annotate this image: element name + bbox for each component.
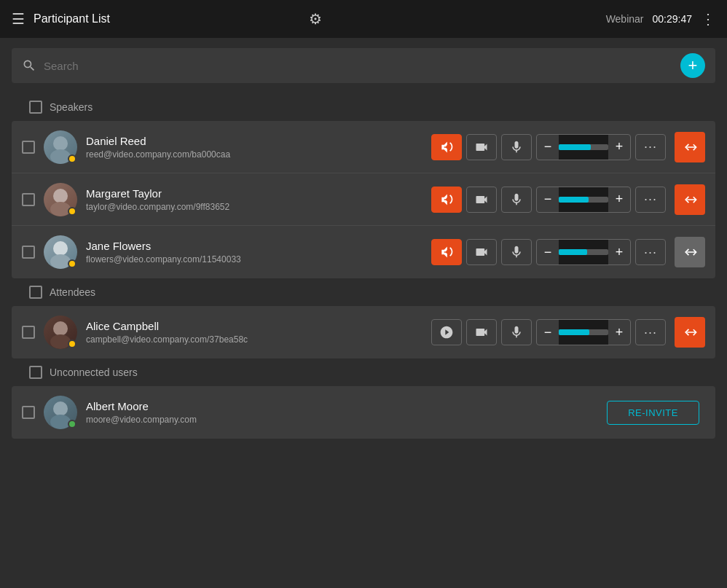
add-participant-button[interactable]: + (680, 53, 705, 78)
more-options-button[interactable]: ··· (635, 239, 666, 265)
search-input[interactable] (44, 60, 673, 72)
video-toggle-button[interactable] (466, 187, 497, 213)
table-row: Margaret Taylor taylor@video.company.com… (12, 173, 715, 226)
table-row: Daniel Reed reed@video.company.com/ba000… (12, 121, 715, 173)
speakers-section-header: Speakers (0, 93, 727, 121)
svg-point-0 (53, 136, 68, 151)
volume-increase-button[interactable]: + (608, 135, 630, 160)
volume-control: − + (536, 187, 631, 213)
mic-toggle-button[interactable] (501, 319, 532, 345)
attendees-label: Attendees (50, 286, 95, 298)
participant-name: Margaret Taylor (86, 187, 423, 200)
video-toggle-button[interactable] (466, 239, 497, 265)
avatar-daniel (44, 130, 77, 164)
volume-decrease-button[interactable]: − (537, 240, 559, 264)
speakers-label: Speakers (50, 101, 93, 113)
more-options-button[interactable]: ··· (635, 187, 666, 213)
volume-decrease-button[interactable]: − (537, 187, 559, 212)
unconnected-section-header: Unconnected users (0, 358, 727, 386)
row-checkbox-alice[interactable] (22, 326, 35, 339)
participant-name: Albert Moore (86, 400, 598, 412)
header: ☰ Participant List ⚙ Webinar 00:29:47 ⋮ (0, 0, 727, 38)
star-icon: ★ (71, 235, 77, 243)
speaker-toggle-button[interactable] (431, 134, 462, 160)
volume-decrease-button[interactable]: − (537, 135, 559, 160)
status-badge-daniel (68, 154, 76, 163)
menu-icon[interactable]: ☰ (12, 10, 25, 28)
attendees-section-header: Attendees (0, 278, 727, 306)
more-options-button[interactable]: ··· (635, 319, 666, 345)
video-toggle-button[interactable] (466, 319, 497, 345)
mic-toggle-button[interactable] (501, 187, 532, 213)
webinar-label: Webinar (606, 13, 644, 25)
participant-controls: − + ··· (431, 134, 666, 160)
more-options-icon[interactable]: ⋮ (701, 10, 715, 28)
participant-email: flowers@video.company.com/11540033 (86, 254, 423, 264)
row-checkbox-jane[interactable] (22, 246, 35, 259)
row-checkbox-margaret[interactable] (22, 193, 35, 206)
remove-participant-button[interactable] (675, 237, 705, 267)
search-bar: + (12, 48, 715, 83)
status-badge-albert (68, 420, 76, 428)
participant-email: taylor@video.company.com/9ff83652 (86, 202, 423, 212)
table-row: ★ Jane Flowers flowers@video.company.com… (12, 226, 715, 278)
volume-control: − + (536, 134, 631, 160)
table-row: Albert Moore moore@video.company.com RE-… (12, 386, 715, 439)
remove-participant-button[interactable] (675, 184, 705, 215)
search-icon (22, 58, 36, 73)
avatar-alice (44, 315, 77, 349)
remove-participant-button[interactable] (675, 132, 705, 162)
participant-email: reed@video.company.com/ba000caa (86, 149, 423, 160)
volume-bar (559, 197, 589, 203)
participant-email: campbell@video.company.com/37bea58c (86, 334, 423, 345)
attendees-list: Alice Campbell campbell@video.company.co… (12, 306, 715, 358)
participant-controls: − + ··· (431, 187, 666, 213)
status-badge-jane (68, 259, 76, 268)
volume-control: − + (536, 239, 631, 265)
mic-toggle-button[interactable] (501, 134, 532, 160)
volume-control: − + (536, 319, 631, 345)
speaker-toggle-button[interactable] (431, 187, 462, 213)
status-badge-alice (68, 340, 76, 348)
gear-icon[interactable]: ⚙ (309, 10, 322, 28)
speaker-toggle-button[interactable] (431, 239, 462, 265)
volume-bar (559, 144, 591, 150)
svg-point-6 (53, 321, 68, 336)
mic-toggle-button[interactable] (501, 239, 532, 265)
svg-point-2 (53, 189, 68, 203)
participant-email: moore@video.company.com (86, 415, 598, 425)
participant-controls: − + ··· (431, 239, 666, 265)
attendee-toggle-button[interactable] (431, 319, 462, 345)
volume-increase-button[interactable]: + (608, 240, 630, 264)
remove-participant-button[interactable] (675, 317, 705, 348)
page-title: Participant List (34, 12, 300, 26)
volume-increase-button[interactable]: + (608, 320, 630, 345)
volume-bar (559, 329, 589, 335)
table-row: Alice Campbell campbell@video.company.co… (12, 306, 715, 358)
unconnected-label: Unconnected users (50, 366, 138, 378)
unconnected-select-all-checkbox[interactable] (29, 366, 42, 379)
speakers-list: Daniel Reed reed@video.company.com/ba000… (12, 121, 715, 278)
avatar-margaret (44, 183, 77, 216)
participant-controls: − + ··· (431, 319, 666, 345)
avatar-albert (44, 396, 77, 429)
status-badge-margaret (68, 207, 76, 216)
volume-bar (559, 249, 587, 255)
speakers-select-all-checkbox[interactable] (29, 101, 42, 114)
unconnected-list: Albert Moore moore@video.company.com RE-… (12, 386, 715, 439)
svg-point-4 (53, 241, 68, 256)
more-options-button[interactable]: ··· (635, 134, 666, 160)
participant-name: Alice Campbell (86, 320, 423, 332)
row-checkbox-albert[interactable] (22, 406, 35, 419)
avatar-jane: ★ (44, 235, 77, 269)
row-checkbox-daniel[interactable] (22, 141, 35, 154)
participant-name: Daniel Reed (86, 135, 423, 147)
volume-decrease-button[interactable]: − (537, 320, 559, 345)
svg-point-8 (53, 401, 68, 416)
participant-name: Jane Flowers (86, 240, 423, 252)
video-toggle-button[interactable] (466, 134, 497, 160)
volume-increase-button[interactable]: + (608, 187, 630, 212)
reinvite-button[interactable]: RE-INVITE (607, 401, 699, 425)
attendees-select-all-checkbox[interactable] (29, 286, 42, 299)
timer: 00:29:47 (653, 13, 693, 25)
